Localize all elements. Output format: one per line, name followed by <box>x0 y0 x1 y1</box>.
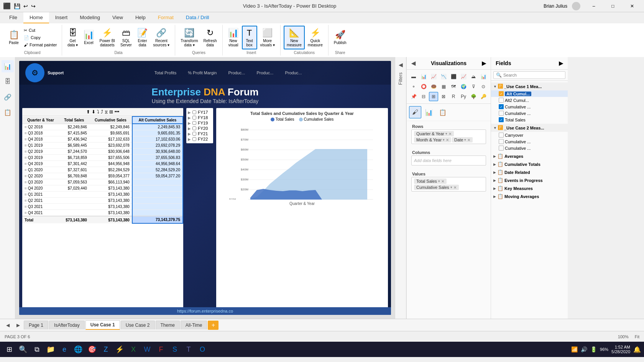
viz-pie[interactable]: ⭕ <box>419 82 428 91</box>
page-tab-theme[interactable]: Theme <box>156 321 180 329</box>
field-alt2-cumul[interactable]: Alt2 Cumul... <box>491 97 568 103</box>
add-page-button[interactable]: + <box>208 321 219 330</box>
fields-panel-nav[interactable]: ▶ <box>559 60 563 66</box>
tab-file[interactable]: File <box>3 12 23 23</box>
fit-button[interactable]: Fit <box>635 334 639 339</box>
fy22-item[interactable]: ▶ FY22 <box>188 136 212 142</box>
viz-treemap[interactable]: ▦ <box>439 82 448 91</box>
window-controls[interactable]: – □ ✕ <box>585 0 641 12</box>
field-group-use-case-2-header[interactable]: ▼ 🅿 _Use Case 2 Meas... <box>491 124 568 132</box>
tab-data-drill[interactable]: Data / Drill <box>180 12 215 23</box>
viz-fields-button[interactable]: 📋 <box>437 106 449 118</box>
columns-drop-area[interactable]: Add data fields here <box>411 156 486 165</box>
field-group-cumulative-totals-header[interactable]: ▶ 📋 Cumulative Totals <box>491 160 568 168</box>
viz-filled-map[interactable]: 🌍 <box>459 82 468 91</box>
powerbi-icon[interactable]: ⚡ <box>113 343 126 355</box>
table-expand-all-btn[interactable]: ⊞ <box>109 109 113 115</box>
viz-stacked-bar[interactable]: ▬ <box>409 72 418 81</box>
search-button[interactable]: 🔍 <box>17 343 29 355</box>
page-tab-use-case-2[interactable]: Use Case 2 <box>121 321 155 329</box>
new-visual-button[interactable]: 📊 Newvisual <box>226 26 241 49</box>
page-nav-next[interactable]: ▶ <box>13 321 23 329</box>
alt2-cumul-checkbox[interactable] <box>499 98 504 103</box>
page-tab-1[interactable]: Page 1 <box>24 321 48 329</box>
quarter-year-tag[interactable]: Quarter & Year ▾ ✕ <box>414 131 454 136</box>
excel-button[interactable]: 📊 Excel <box>81 28 97 46</box>
viz-format-button[interactable]: 🖌 <box>409 106 421 118</box>
viz-decomp-tree[interactable]: 🌳 <box>469 92 478 101</box>
fy19-item[interactable]: ▶ FY19 <box>188 120 212 126</box>
viz-map[interactable]: 🗺 <box>449 82 458 91</box>
table-more-btn[interactable]: ••• <box>115 109 120 115</box>
excel-taskbar-icon[interactable]: X <box>127 343 140 355</box>
tab-insert[interactable]: Insert <box>49 12 74 23</box>
table-expand-btn[interactable]: ⬆ <box>86 109 90 115</box>
maximize-button[interactable]: □ <box>604 0 622 12</box>
power-bi-datasets-button[interactable]: ⚡ Power BIdatasets <box>97 26 118 49</box>
values-drop-area[interactable]: Total Sales ▾ ✕ Cumulative Sales ▾ ✕ <box>411 177 486 192</box>
viz-line-bar[interactable]: 📊 <box>479 72 488 81</box>
page-tab-all-time[interactable]: All-Time <box>181 321 207 329</box>
page-tab-use-case-1[interactable]: Use Case 1 <box>85 320 120 330</box>
cumulative-3-checkbox[interactable] <box>499 139 504 144</box>
table-drill-up-btn[interactable]: ⤴ <box>101 109 103 115</box>
table-collapse-btn[interactable]: ⬇ <box>92 109 95 115</box>
cortana-icon[interactable]: 🎯 <box>86 343 98 355</box>
field-group-key-measures-header[interactable]: ▶ 📋 Key Measures <box>491 184 568 192</box>
viz-panel-prev[interactable]: ◀ <box>411 60 416 66</box>
viz-table[interactable]: ⊞ <box>429 92 438 101</box>
total-sales-checkbox[interactable]: ✓ <box>499 117 504 122</box>
transform-data-button[interactable]: 🔄 Transformdata ▾ <box>178 26 200 49</box>
field-group-date-related-header[interactable]: ▶ 📋 Date Related <box>491 168 568 176</box>
quarter-year-remove[interactable]: ✕ <box>449 132 452 136</box>
month-year-chevron[interactable]: ▾ <box>443 138 445 142</box>
field-cumulative-1[interactable]: ✓ Cumulative ... <box>491 103 568 110</box>
table-filter-btn[interactable]: ⧖ <box>105 109 108 115</box>
field-group-use-case-1-header[interactable]: ▼ 🅿 _Use Case 1 Mea... <box>491 82 568 90</box>
copy-button[interactable]: 📄 Copy <box>22 34 59 41</box>
fy18-item[interactable]: ▶ FY18 <box>188 115 212 120</box>
fy20-item[interactable]: ▶ FY20 <box>188 126 212 131</box>
data-view-icon[interactable]: 🗄 <box>2 75 14 88</box>
cumulative-sales-remove[interactable]: ✕ <box>453 185 457 190</box>
cumulative-sales-tag[interactable]: Cumulative Sales ▾ ✕ <box>414 185 459 190</box>
format-painter-button[interactable]: 🖌 Format painter <box>22 42 59 48</box>
paste-button[interactable]: 📋 Paste <box>6 28 21 46</box>
cumulative-4-checkbox[interactable] <box>499 146 504 151</box>
field-total-sales[interactable]: ✓ Total Sales <box>491 116 568 123</box>
field-carryover[interactable]: Carryover <box>491 132 568 138</box>
refresh-data-button[interactable]: ↻ Refreshdata <box>201 26 219 49</box>
field-cumulative-2[interactable]: Cumulative ... <box>491 110 568 116</box>
viz-slicer[interactable]: ⊟ <box>419 92 428 101</box>
month-year-remove[interactable]: ✕ <box>446 138 449 142</box>
date-tag[interactable]: Date ▾ ✕ <box>452 137 473 143</box>
viz-line[interactable]: 📈 <box>459 72 468 81</box>
get-data-button[interactable]: 🗄 Getdata ▾ <box>65 26 80 49</box>
enter-data-button[interactable]: 📝 Enterdata <box>135 26 150 49</box>
quick-undo[interactable]: ↩ <box>23 3 28 9</box>
tab-format[interactable]: Format <box>152 12 180 23</box>
viz-donut[interactable]: 🍩 <box>429 82 438 91</box>
page-tab-isaftertoday[interactable]: IsAfterToday <box>49 321 85 329</box>
field-cumulative-4[interactable]: Cumulative ... <box>491 145 568 151</box>
cumulative-sales-chevron[interactable]: ▾ <box>450 185 452 189</box>
fabric-icon[interactable]: F <box>155 343 167 355</box>
recent-sources-button[interactable]: 🔗 Recentsources ▾ <box>151 26 172 49</box>
field-group-averages-header[interactable]: ▶ 📋 Averages <box>491 152 568 160</box>
cumulative-1-checkbox[interactable]: ✓ <box>499 104 504 109</box>
date-chevron[interactable]: ▾ <box>464 138 466 142</box>
notification-icon[interactable]: 🔔 <box>633 346 641 353</box>
text-box-button[interactable]: T Textbox <box>242 26 257 49</box>
viz-clustered-col[interactable]: 📉 <box>439 72 448 81</box>
field-group-events-header[interactable]: ▶ 📋 Events in Progress <box>491 176 568 184</box>
tab-view[interactable]: View <box>106 12 129 23</box>
minimize-button[interactable]: – <box>585 0 603 12</box>
close-button[interactable]: ✕ <box>623 0 641 12</box>
viz-stacked-col[interactable]: ⬛ <box>449 72 458 81</box>
total-sales-remove[interactable]: ✕ <box>441 179 444 183</box>
viz-100-bar[interactable]: 📈 <box>429 72 438 81</box>
viz-key-influencers[interactable]: 🔑 <box>479 92 488 101</box>
viz-matrix[interactable]: ⊠ <box>439 92 448 101</box>
viz-r-visual[interactable]: R <box>449 92 458 101</box>
new-measure-button[interactable]: 📐 Newmeasure <box>284 26 305 49</box>
